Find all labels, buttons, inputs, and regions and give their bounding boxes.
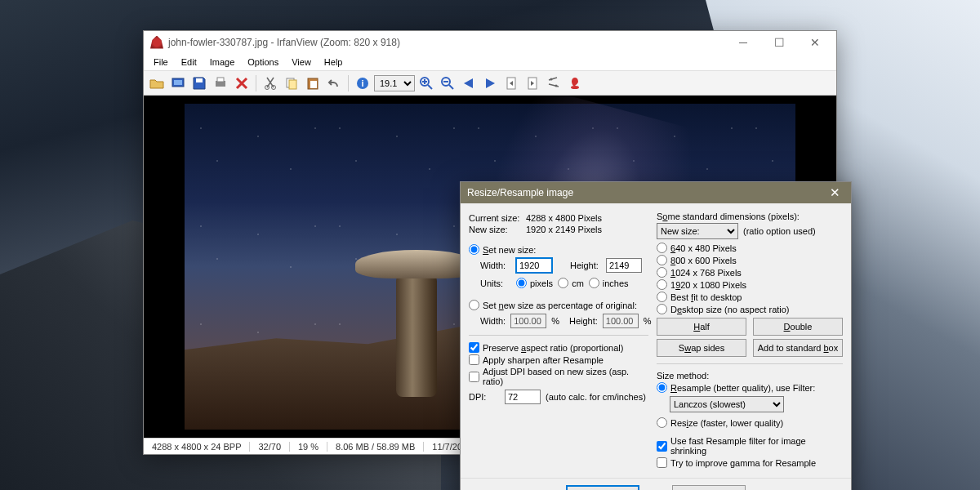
menu-options[interactable]: Options <box>241 56 285 69</box>
svg-text:i: i <box>361 78 363 88</box>
maximize-button[interactable]: ☐ <box>761 31 797 53</box>
std-800-radio[interactable]: 800 x 600 Pixels <box>657 255 843 265</box>
dialog-titlebar[interactable]: Resize/Resample image ✕ <box>461 182 851 203</box>
info-button[interactable]: i <box>353 74 372 93</box>
svg-rect-8 <box>289 80 296 89</box>
cut-button[interactable] <box>261 74 280 93</box>
current-size-value: 4288 x 4800 Pixels <box>526 213 602 223</box>
height-label: Height: <box>570 261 601 270</box>
pct-width-input[interactable] <box>510 314 546 328</box>
new-size-value: 1920 x 2149 Pixels <box>526 225 602 234</box>
std-hint: (ratio option used) <box>743 226 816 236</box>
std-bestfit-radio[interactable]: Best fit to desktop <box>657 292 843 302</box>
window-title: john-fowler-330787.jpg - IrfanView (Zoom… <box>168 37 725 48</box>
status-zoom: 19 % <box>290 442 327 452</box>
svg-rect-2 <box>196 78 203 82</box>
dpi-label: DPI: <box>469 392 500 402</box>
unit-pixels-radio[interactable]: pixels <box>516 278 553 288</box>
preserve-aspect-checkbox[interactable]: Preserve aspect ratio (proportional) <box>469 342 648 353</box>
units-label: Units: <box>480 278 511 288</box>
unit-cm-radio[interactable]: cm <box>558 278 584 288</box>
width-input[interactable] <box>516 258 552 273</box>
open-button[interactable] <box>147 74 167 93</box>
double-button[interactable]: Double <box>753 318 843 336</box>
zoom-out-button[interactable] <box>438 74 457 93</box>
next-page-button[interactable] <box>523 74 542 93</box>
save-button[interactable] <box>189 74 209 93</box>
status-memory: 8.06 MB / 58.89 MB <box>327 442 424 452</box>
gamma-checkbox[interactable]: Try to improve gamma for Resample <box>657 457 843 468</box>
svg-point-18 <box>555 84 558 87</box>
filter-select[interactable]: Lanczos (slowest) <box>670 396 784 412</box>
svg-rect-10 <box>310 81 317 88</box>
half-button[interactable]: Half <box>657 318 746 336</box>
width-label: Width: <box>480 261 511 270</box>
cancel-button[interactable]: Cancel <box>672 485 746 490</box>
resize-radio[interactable]: Resize (faster, lower quality) <box>657 417 843 428</box>
current-size-label: Current size: <box>469 213 526 223</box>
swap-sides-button[interactable]: Swap sides <box>657 339 746 357</box>
new-size-label: New size: <box>469 225 526 234</box>
delete-button[interactable] <box>232 74 252 93</box>
resample-radio[interactable]: Resample (better quality), use Filter: <box>657 382 843 393</box>
sharpen-checkbox[interactable]: Apply sharpen after Resample <box>469 354 648 365</box>
ok-button[interactable]: OK <box>566 485 639 490</box>
fast-filter-checkbox[interactable]: Use fast Resample filter for image shrin… <box>657 436 843 456</box>
zoom-in-button[interactable] <box>416 74 436 93</box>
std-1920-radio[interactable]: 1920 x 1080 Pixels <box>657 279 843 290</box>
titlebar[interactable]: john-fowler-330787.jpg - IrfanView (Zoom… <box>144 31 836 53</box>
add-std-button[interactable]: Add to standard box <box>753 339 843 357</box>
set-new-size-radio[interactable]: Set new size: <box>469 244 648 255</box>
prev-button[interactable] <box>459 74 479 93</box>
paste-button[interactable] <box>303 74 323 93</box>
size-method-label: Size method: <box>657 371 843 381</box>
svg-rect-1 <box>174 80 182 85</box>
about-button[interactable] <box>565 74 585 93</box>
dpi-hint: (auto calc. for cm/inches) <box>546 392 646 402</box>
std-640-radio[interactable]: 640 x 480 Pixels <box>657 243 843 253</box>
pct-width-label: Width: <box>480 316 506 326</box>
prev-page-button[interactable] <box>501 74 521 93</box>
app-icon <box>150 36 163 49</box>
close-button[interactable]: ✕ <box>797 31 833 53</box>
status-dimensions: 4288 x 4800 x 24 BPP <box>144 442 250 452</box>
menubar: File Edit Image Options View Help <box>144 53 836 71</box>
undo-button[interactable] <box>324 74 344 93</box>
menu-edit[interactable]: Edit <box>175 56 203 69</box>
toolbar-separator <box>348 75 349 91</box>
dialog-title: Resize/Resample image <box>467 187 825 198</box>
svg-rect-4 <box>217 78 224 82</box>
std-size-select[interactable]: New size: <box>657 223 738 239</box>
slideshow-button[interactable] <box>168 74 188 93</box>
pct-height-label: Height: <box>569 316 598 326</box>
std-dims-label: Some standard dimensions (pixels): <box>657 212 843 221</box>
print-button[interactable] <box>211 74 230 93</box>
toolbar-separator <box>256 75 256 91</box>
resize-dialog: Resize/Resample image ✕ Current size:428… <box>460 181 852 490</box>
svg-point-19 <box>571 86 579 89</box>
percent-mode-radio[interactable]: Set new size as percentage of original: <box>469 300 648 310</box>
menu-help[interactable]: Help <box>318 56 350 69</box>
settings-button[interactable] <box>544 74 564 93</box>
unit-inches-radio[interactable]: inches <box>589 278 629 288</box>
menu-view[interactable]: View <box>285 56 318 69</box>
adjust-dpi-checkbox[interactable]: Adjust DPI based on new sizes (asp. rati… <box>469 367 648 386</box>
next-button[interactable] <box>480 74 500 93</box>
copy-button[interactable] <box>282 74 301 93</box>
menu-image[interactable]: Image <box>203 56 242 69</box>
dpi-input[interactable] <box>505 390 541 404</box>
pct-height-input[interactable] <box>603 314 639 328</box>
std-1024-radio[interactable]: 1024 x 768 Pixels <box>657 267 843 278</box>
toolbar: i 19.1 <box>144 71 836 96</box>
svg-point-17 <box>550 78 553 80</box>
std-desktop-radio[interactable]: Desktop size (no aspect ratio) <box>657 304 843 314</box>
status-index: 32/70 <box>250 442 290 452</box>
dialog-close-button[interactable]: ✕ <box>825 184 844 202</box>
zoom-select[interactable]: 19.1 <box>374 75 415 91</box>
minimize-button[interactable]: ─ <box>725 31 761 53</box>
height-input[interactable] <box>606 258 642 273</box>
menu-file[interactable]: File <box>147 56 175 69</box>
